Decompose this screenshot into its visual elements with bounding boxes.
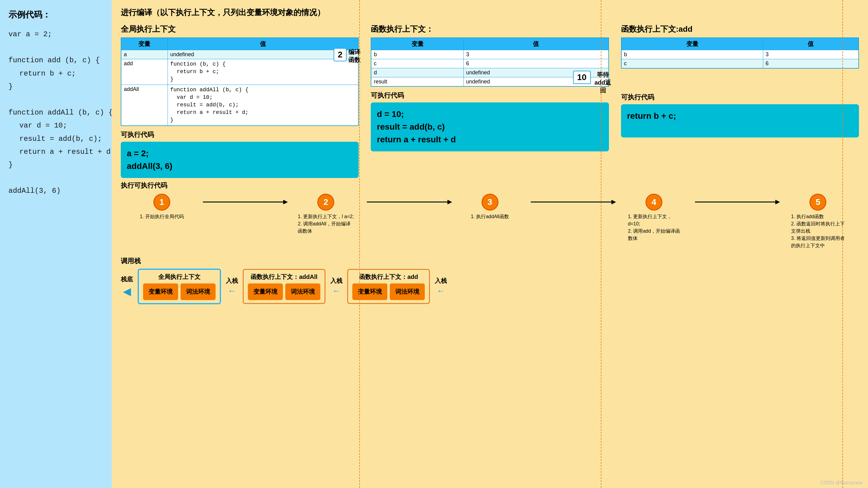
step-5: 5 1. 执行add函数2. 函数返回时将执行上下文弹出栈3. 将返回值更新到调… [777, 194, 859, 249]
step-2: 2 1. 更新执行上下文，l a=2;2. 调用addAll，开始编译函数体 [285, 194, 367, 235]
code-line: return a + result + d; [8, 145, 103, 158]
step-2-desc: 1. 更新执行上下文，l a=2;2. 调用addAll，开始编译函数体 [298, 213, 353, 235]
global-context: 全局执行上下文 变量 值 a undefined add function ( [121, 24, 365, 178]
steps-label: 执行可执行代码 [121, 181, 859, 190]
step-3: 3 1. 执行addAll函数 [449, 194, 531, 220]
stack-block-addall: 函数执行上下文：addAll 变量环境 词法环境 [243, 269, 326, 304]
stack-inner-box-lex-addall: 词法环境 [285, 283, 320, 300]
vdivider-3 [842, 0, 843, 488]
stack-inner-box-var-global: 变量环境 [143, 283, 178, 300]
table-row: b 3 [371, 50, 608, 59]
stack-inner-global: 变量环境 词法环境 [143, 283, 216, 300]
col-header-var: 变量 [371, 38, 463, 50]
stack-block-global: 全局执行上下文 变量环境 词法环境 [138, 269, 221, 304]
push-2-area: 入栈 ← [330, 277, 342, 296]
var-value: 6 [763, 59, 859, 68]
left-title: 示例代码： [8, 9, 103, 21]
step-gap-2-3 [367, 202, 449, 202]
step-1-desc: 1. 开始执行全局代码 [140, 213, 184, 220]
var-name: c [621, 59, 763, 68]
code-line: } [8, 158, 103, 171]
var-name: b [371, 50, 463, 59]
add-var-table: 变量 值 b 3 c 6 [621, 37, 859, 68]
push-3-area: 入栈 ← [435, 277, 447, 296]
push-3-arrow: ← [437, 286, 445, 296]
add-context: 函数执行上下文:add 变量 值 b 3 c 6 [615, 24, 859, 178]
var-name: d [371, 68, 463, 77]
step-arrow-line-2 [367, 202, 449, 202]
table-row: add function (b, c) { return b + c;} [121, 59, 359, 85]
code-line [8, 171, 103, 184]
step-3-desc: 1. 执行addAll函数 [471, 213, 509, 220]
step-arrow-line [203, 202, 285, 202]
code-line: addAll(3, 6) [8, 184, 103, 197]
stack-inner-box-var-addall: 变量环境 [248, 283, 283, 300]
stack-inner-box-lex-global: 词法环境 [181, 283, 216, 300]
vdivider-1 [359, 0, 360, 488]
push-2-label: 入栈 [330, 277, 342, 285]
exec-code-add: return b + c; [621, 104, 859, 138]
exec-label-func: 可执行代码 [371, 91, 609, 100]
global-context-title: 全局执行上下文 [121, 24, 359, 34]
stack-block-add-title: 函数执行上下文：add [352, 273, 425, 281]
col-header-var: 变量 [621, 38, 763, 50]
var-name: a [121, 50, 167, 59]
push-2-arrow: ← [332, 286, 341, 296]
vdivider-2 [601, 0, 601, 488]
code-block: var a = 2; function add (b, c) { return … [8, 28, 103, 197]
code-line [8, 41, 103, 54]
code-line: var d = 10; [8, 119, 103, 132]
float-badge-2: 2 [334, 48, 347, 61]
table-row: addAll function addAll (b, c) { var d = … [121, 85, 359, 125]
var-name: add [121, 59, 167, 85]
step-4: 4 1. 更新执行上下文，d=10;2. 调用add，开始编译函数体 [613, 194, 695, 242]
step-gap-1-2 [203, 202, 285, 202]
stack-bottom-area: 栈底 ◀ [121, 275, 133, 297]
table-row: c 6 [621, 59, 859, 68]
right-title: 进行编译（以下执行上下文，只列出变量环境对象的情况） [121, 7, 859, 18]
var-name: result [371, 77, 463, 87]
stack-inner-box-var-add: 变量环境 [352, 283, 388, 300]
exec-label-global: 可执行代码 [121, 130, 359, 139]
col-header-var: 变量 [121, 38, 167, 50]
left-panel: 示例代码： var a = 2; function add (b, c) { r… [0, 0, 112, 488]
float-label-wait: 等待add返回 [594, 71, 612, 94]
var-value: function (b, c) { return b + c;} [167, 59, 359, 85]
stack-block-addall-title: 函数执行上下文：addAll [248, 273, 320, 281]
code-line: } [8, 80, 103, 93]
var-value: function addAll (b, c) { var d = 10; res… [167, 85, 359, 125]
code-line: function add (b, c) { [8, 54, 103, 67]
exec-code-global: a = 2;addAll(3, 6) [121, 142, 359, 178]
code-line: return b + c; [8, 67, 103, 80]
callstack-row: 栈底 ◀ 全局执行上下文 变量环境 词法环境 入栈 ← 函数执行上下文：addA… [121, 269, 859, 304]
watermark: CSDN @foreverxxx [820, 480, 863, 486]
step-gap-4-5 [695, 202, 777, 202]
float-badge-10: 10 [573, 71, 591, 84]
add-context-title: 函数执行上下文:add [621, 24, 859, 34]
col-header-val: 值 [167, 38, 359, 50]
step-3-circle: 3 [482, 194, 498, 210]
func-context: 函数执行上下文： 变量 值 b 3 c 6 [365, 24, 615, 178]
right-panel: 进行编译（以下执行上下文，只列出变量环境对象的情况） 全局执行上下文 变量 值 … [112, 0, 868, 488]
stack-bottom-label: 栈底 [121, 275, 133, 283]
stack-inner-add: 变量环境 词法环境 [352, 283, 425, 300]
callstack-section: 调用栈 栈底 ◀ 全局执行上下文 变量环境 词法环境 入栈 ← [121, 257, 859, 304]
push-1-label: 入栈 [226, 277, 238, 285]
var-name: b [621, 50, 763, 59]
stack-inner-box-lex-add: 词法环境 [390, 283, 425, 300]
table-row: a undefined [121, 50, 359, 59]
step-5-circle: 5 [809, 194, 826, 210]
code-line: result = add(b, c); [8, 132, 103, 145]
steps-container: 1 1. 开始执行全局代码 2 1. 更新执行上下文，l a=2;2. 调用ad… [121, 194, 859, 249]
step-1: 1 1. 开始执行全局代码 [121, 194, 203, 220]
step-4-circle: 4 [646, 194, 662, 210]
stack-arrow-left: ◀ [123, 286, 131, 297]
step-arrow-line-4 [695, 202, 777, 202]
code-line: var a = 2; [8, 28, 103, 41]
push-3-label: 入栈 [435, 277, 447, 285]
var-value: 3 [463, 50, 608, 59]
exec-label-add: 可执行代码 [621, 93, 859, 102]
var-value: 6 [463, 59, 608, 68]
step-2-circle: 2 [317, 194, 334, 210]
step-4-desc: 1. 更新执行上下文，d=10;2. 调用add，开始编译函数体 [628, 213, 680, 242]
